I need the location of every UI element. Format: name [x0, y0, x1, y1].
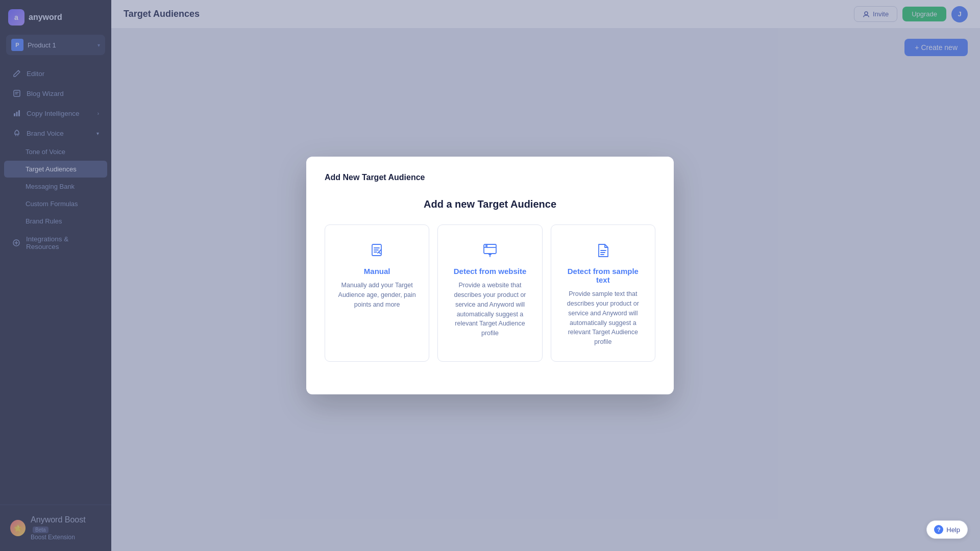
modal-card-detect-website[interactable]: Detect from website Provide a website th… [437, 224, 542, 362]
help-label: Help [946, 526, 960, 534]
detect-website-card-title: Detect from website [454, 267, 527, 276]
modal-card-manual[interactable]: Manual Manually add your Target Audience… [325, 224, 429, 362]
detect-sample-card-title: Detect from sample text [561, 267, 645, 284]
modal-cards: Manual Manually add your Target Audience… [325, 224, 655, 362]
detect-website-card-desc: Provide a website that describes your pr… [448, 281, 531, 338]
manual-card-title: Manual [364, 267, 390, 276]
detect-sample-card-desc: Provide sample text that describes your … [561, 289, 645, 347]
modal-card-detect-sample[interactable]: Detect from sample text Provide sample t… [551, 224, 655, 362]
modal: Add New Target Audience Add a new Target… [306, 157, 674, 394]
modal-subtitle: Add a new Target Audience [325, 198, 655, 210]
svg-point-8 [485, 245, 486, 247]
help-icon: ? [934, 525, 943, 534]
globe-icon [479, 239, 501, 262]
modal-overlay[interactable]: Add New Target Audience Add a new Target… [0, 0, 980, 551]
document-icon [592, 239, 614, 262]
help-button[interactable]: ? Help [926, 520, 968, 539]
manual-card-desc: Manually add your Target Audience age, g… [335, 281, 419, 309]
modal-title: Add New Target Audience [325, 173, 655, 182]
manual-icon [366, 239, 388, 262]
